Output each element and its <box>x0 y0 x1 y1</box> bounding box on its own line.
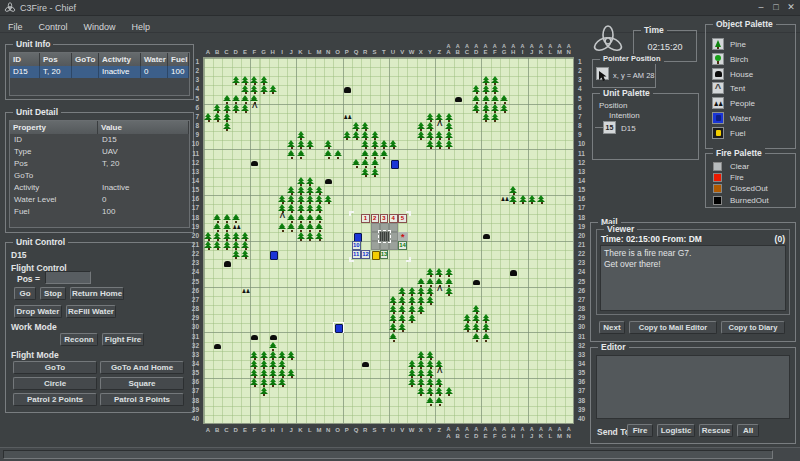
tent-icon: ^ <box>712 82 724 94</box>
pine-tree <box>371 159 380 168</box>
fuel-truck[interactable] <box>371 250 380 259</box>
send-rescue-button[interactable]: Rescue <box>699 424 733 437</box>
fire-palette-label: ClosedOut <box>730 184 768 193</box>
water-truck[interactable] <box>334 323 343 332</box>
fire-swatch <box>713 162 722 171</box>
uav-unit[interactable] <box>380 232 389 241</box>
goto-button[interactable]: GoTo <box>13 361 97 374</box>
map-row-label: 3 <box>186 76 199 83</box>
unit-12[interactable]: 12 <box>361 250 370 259</box>
uav-unit-icon[interactable]: 15 <box>603 121 616 134</box>
property-value: 100 <box>98 206 189 218</box>
menu-file[interactable]: File <box>0 19 31 32</box>
close-button[interactable]: ✕ <box>784 2 798 12</box>
pine-tree <box>380 150 389 159</box>
patrol-2-points-button[interactable]: Patrol 2 Points <box>13 393 97 406</box>
unit-13[interactable]: 13 <box>380 250 389 259</box>
send-fire-button[interactable]: Fire <box>627 424 653 437</box>
map-row-label: 4 <box>578 85 591 92</box>
object-palette-item-house[interactable]: House <box>706 68 795 82</box>
mail-line: There is a fire near G7. <box>604 248 782 259</box>
fire-swatch <box>713 173 722 182</box>
fire-palette-item-burnedout[interactable]: BurnedOut <box>706 196 795 210</box>
unit-4[interactable]: 4 <box>389 214 398 223</box>
object-palette-item-water[interactable]: Water <box>706 112 795 126</box>
pine-tree <box>482 323 491 332</box>
refill-water-button[interactable]: ReFill Water <box>66 305 116 318</box>
circle-button[interactable]: Circle <box>13 377 97 390</box>
object-palette-item-birch[interactable]: Birch <box>706 53 795 67</box>
pine-tree <box>260 360 269 369</box>
object-palette-item-people[interactable]: ♟♟People <box>706 97 795 111</box>
unit-14[interactable]: 14 <box>398 241 407 250</box>
patrol-3-points-button[interactable]: Patrol 3 Points <box>100 393 184 406</box>
object-palette-item-tent[interactable]: ^Tent <box>706 82 795 96</box>
object-palette-item-fuel[interactable]: Fuel <box>706 127 795 141</box>
pine-tree <box>509 195 518 204</box>
map-grid[interactable]: ^^^^^♟♟♟♟♟♟♟♟*123451014111213 <box>203 57 574 424</box>
pine-tree <box>472 85 481 94</box>
send-to-label: Send To <box>597 427 630 437</box>
mail-body[interactable]: There is a fire near G7. Get over there! <box>600 245 786 311</box>
return-home-button[interactable]: Return Home <box>70 287 124 300</box>
pine-tree <box>232 214 241 223</box>
map-row-label: 26 <box>186 287 199 294</box>
pine-tree <box>389 333 398 342</box>
unit-control-group: Unit Control D15 Flight Control Pos = Go… <box>5 242 194 413</box>
property-name: Type <box>10 146 98 158</box>
unit-3[interactable]: 3 <box>380 214 389 223</box>
goto-and-home-button[interactable]: GoTo And Home <box>100 361 184 374</box>
copy-to-mail-editor-button[interactable]: Copy to Mail Editor <box>629 321 717 334</box>
water-truck[interactable] <box>269 250 278 259</box>
pine-tree <box>306 223 315 232</box>
fuel-icon <box>712 127 724 139</box>
send-logistic-button[interactable]: Logistic <box>657 424 695 437</box>
pine-tree <box>408 378 417 387</box>
go-button[interactable]: Go <box>14 287 36 300</box>
fire-palette-group: Fire Palette ClearFireClosedOutBurnedOut <box>705 153 796 208</box>
square-button[interactable]: Square <box>100 377 184 390</box>
menu-help[interactable]: Help <box>124 19 159 32</box>
unit-2[interactable]: 2 <box>371 214 380 223</box>
house <box>482 232 491 241</box>
pine-tree <box>269 369 278 378</box>
unit-info-group: Unit Info IDPosGoToActivityWaterFuel D15… <box>5 44 194 100</box>
stop-button[interactable]: Stop <box>40 287 66 300</box>
next-mail-button[interactable]: Next <box>599 321 625 334</box>
map-row-label: 20 <box>186 232 199 239</box>
pos-input[interactable] <box>45 271 91 284</box>
pine-tree <box>223 223 232 232</box>
pine-tree <box>250 351 259 360</box>
unit-info-row[interactable]: D15T, 20Inactive0100 <box>10 66 189 78</box>
object-palette-item-pine[interactable]: Pine <box>706 38 795 52</box>
pine-tree <box>482 76 491 85</box>
unit-1[interactable]: 1 <box>361 214 370 223</box>
pine-tree <box>278 360 287 369</box>
pine-tree <box>241 76 250 85</box>
pine-tree <box>389 323 398 332</box>
water-truck[interactable] <box>389 159 398 168</box>
pine-tree <box>500 104 509 113</box>
property-value: T, 20 <box>98 158 189 170</box>
intention-label: Intention <box>609 111 640 120</box>
maximize-button[interactable]: □ <box>769 2 783 12</box>
copy-to-diary-button[interactable]: Copy to Diary <box>721 321 785 334</box>
minimize-button[interactable]: – <box>754 2 768 12</box>
recon-button[interactable]: Reconn <box>60 333 98 346</box>
fight-fire-button[interactable]: Fight Fire <box>102 333 144 346</box>
pine-tree <box>232 76 241 85</box>
send-all-button[interactable]: All <box>737 424 759 437</box>
unit-detail-col: Property <box>10 121 98 134</box>
menu-control[interactable]: Control <box>31 19 76 32</box>
pine-tree <box>213 223 222 232</box>
pine-tree <box>306 232 315 241</box>
map-row-label: 40 <box>186 415 199 422</box>
water-truck[interactable] <box>352 232 361 241</box>
base-pad <box>389 241 398 250</box>
pine-tree <box>528 195 537 204</box>
drop-water-button[interactable]: Drop Water <box>14 305 62 318</box>
map-row-label: 24 <box>186 268 199 275</box>
unit-10[interactable]: 10 <box>352 241 361 250</box>
editor-body[interactable] <box>596 355 790 419</box>
menu-window[interactable]: Window <box>76 19 124 32</box>
